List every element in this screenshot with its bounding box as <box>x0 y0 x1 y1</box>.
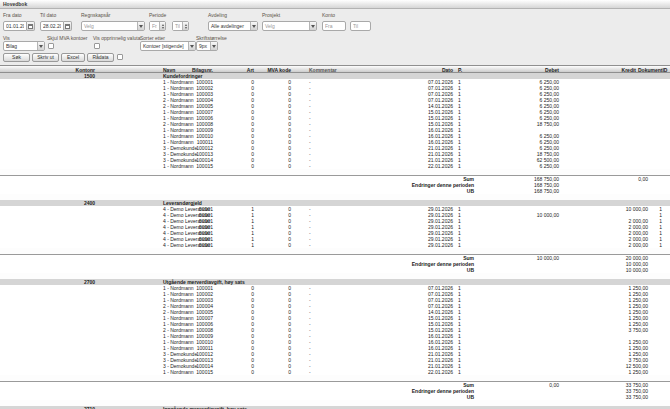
cell-kredit: 2 000,00 <box>561 242 650 248</box>
filter-avdeling: Avdeling Alle avdelinger <box>208 12 227 18</box>
fra-dato-label: Fra dato <box>3 12 22 18</box>
cell-dokumentid <box>650 163 670 169</box>
avdeling-value: Alle avdelinger <box>209 22 250 30</box>
periode-fra-stepper[interactable] <box>149 21 166 31</box>
col-dokumentid: DokumentID <box>638 66 670 74</box>
filter-panel: Fra dato Til dato Regnskapsår Velg Perio… <box>0 9 670 65</box>
cell-art: 1 <box>215 242 258 248</box>
cell-kommentar: - <box>295 242 380 248</box>
filter-skjul-mva: Skjul MVA kontoer <box>47 35 87 41</box>
cell-navn: 4 - Demo Leverandør <box>97 242 170 248</box>
calendar-icon[interactable] <box>27 21 35 31</box>
cell-dokumentid: 1 <box>650 242 670 248</box>
page-title: Hovedbok <box>0 0 670 9</box>
sorter-etter-select[interactable]: Kontoer [stigende] <box>140 41 196 51</box>
ledger-row: 1 - Nordmann 100015 0 0 - 22.01.2026 1 1… <box>0 369 670 375</box>
cell-kommentar: - <box>295 369 380 375</box>
filter-prosjekt: Prosjekt Velg <box>262 12 280 18</box>
closing-balance-label: UB <box>0 267 474 273</box>
chevron-down-icon <box>250 22 257 30</box>
cell-kredit: 1 250,00 <box>561 369 650 375</box>
skriftstorrelse-select[interactable]: 9px <box>196 41 218 51</box>
prosjekt-select[interactable]: Velg <box>262 21 317 31</box>
prosjekt-label: Prosjekt <box>262 12 280 18</box>
cell-navn: 1 - Nordmann <box>97 369 170 375</box>
ledger-row: 1 - Nordmann 100015 0 0 - 22.01.2026 1 6… <box>0 163 670 169</box>
cell-periode: 1 <box>455 369 468 375</box>
periode-til-stepper[interactable] <box>172 21 189 31</box>
cell-mva-kode: 0 <box>258 163 295 169</box>
til-dato-field <box>40 21 72 31</box>
skjul-mva-label: Skjul MVA kontoer <box>47 35 87 41</box>
spinner-arrows-icon[interactable] <box>159 22 165 30</box>
fra-dato-input[interactable] <box>3 21 27 31</box>
group-rows: 4 - Demo Leverandør 50001 1 0 - 29.01.20… <box>0 206 670 248</box>
col-kredit: Kredit <box>561 66 638 74</box>
group-summary: Sum 10 000,00 20 000,00 Endringer denne … <box>0 254 670 273</box>
calendar-icon[interactable] <box>64 21 72 31</box>
cell-mva-kode: 0 <box>258 242 295 248</box>
regnskapsar-value: Velg <box>82 22 137 30</box>
vis-valuta-checkbox[interactable] <box>94 43 100 49</box>
group-summary: Sum 0,00 33 750,00 Endringer denne perio… <box>0 381 670 400</box>
spinner-arrows-icon[interactable] <box>182 22 188 30</box>
col-periode: P. <box>455 66 468 74</box>
til-dato-input[interactable] <box>40 21 64 31</box>
skjul-mva-checkbox[interactable] <box>48 43 54 49</box>
calendar-glyph <box>28 24 33 29</box>
cell-dato: 22.01.2026 <box>380 369 455 375</box>
cell-dokumentid <box>650 369 670 375</box>
closing-balance-debet: 168 750,00 <box>474 188 561 194</box>
closing-balance-debet <box>474 267 561 273</box>
konto-fra-input[interactable] <box>322 21 346 31</box>
cell-debet <box>468 369 561 375</box>
prosjekt-value: Velg <box>263 22 309 30</box>
cell-dato: 29.01.2026 <box>380 242 455 248</box>
cell-kredit <box>561 163 650 169</box>
cell-debet: 6 250,00 <box>468 163 561 169</box>
toolbar-checkbox[interactable] <box>117 54 123 60</box>
filter-vis: Vis Bilag <box>3 35 10 41</box>
cell-dato: 22.01.2026 <box>380 163 455 169</box>
regnskapsar-select[interactable]: Velg <box>81 21 145 31</box>
filter-periode: Periode <box>149 12 166 18</box>
closing-balance-label: UB <box>0 394 474 400</box>
chevron-down-icon <box>37 42 44 50</box>
sok-button[interactable]: Søk <box>3 53 30 62</box>
excel-button[interactable]: Excel <box>61 53 85 62</box>
periode-til-input[interactable] <box>173 22 182 30</box>
sorter-etter-value: Kontoer [stigende] <box>141 42 188 50</box>
regnskapsar-label: Regnskapsår <box>81 12 110 18</box>
periode-label: Periode <box>149 12 166 18</box>
vis-select[interactable]: Bilag <box>3 41 45 51</box>
vis-value: Bilag <box>4 42 37 50</box>
filter-vis-valuta: Vis opprinnelig valuta <box>93 35 140 41</box>
cell-periode: 1 <box>455 242 468 248</box>
vis-valuta-label: Vis opprinnelig valuta <box>93 35 140 41</box>
cell-navn: 1 - Nordmann <box>97 163 170 169</box>
til-dato-label: Til dato <box>40 12 56 18</box>
avdeling-select[interactable]: Alle avdelinger <box>208 21 258 31</box>
account-group: 2400 Leverandørgjeld 4 - Demo Leverandør… <box>0 200 670 273</box>
filter-fra-dato: Fra dato <box>3 12 22 18</box>
calendar-glyph <box>65 24 70 29</box>
cell-bilagsnr: 100015 <box>170 369 215 375</box>
cell-bilagsnr: 100015 <box>170 163 215 169</box>
konto-til-input[interactable] <box>350 21 371 31</box>
closing-balance-label: UB <box>0 188 474 194</box>
closing-balance-kredit: 10 000,00 <box>561 267 650 273</box>
closing-balance-row: UB 33 750,00 <box>0 394 670 400</box>
cell-debet <box>468 242 561 248</box>
periode-fra-input[interactable] <box>150 22 159 30</box>
skriv-ut-button[interactable]: Skriv ut <box>32 53 59 62</box>
radata-button[interactable]: Rådata <box>87 53 114 62</box>
cell-art: 0 <box>215 163 258 169</box>
konto-fields <box>322 21 371 31</box>
account-group: 2700 Utgående merverdiavgift, høy sats 1… <box>0 279 670 400</box>
group-summary: Sum 168 750,00 0,00 Endringer denne peri… <box>0 175 670 194</box>
filter-regnskapsar: Regnskapsår Velg <box>81 12 110 18</box>
table-header-row: Kontonr Navn Bilagsnr. Art MVA kode Komm… <box>0 65 670 73</box>
filter-skriftstorrelse: Skriftstørrelse 9px <box>196 35 227 41</box>
chevron-down-icon <box>137 22 144 30</box>
fra-dato-field <box>3 21 35 31</box>
